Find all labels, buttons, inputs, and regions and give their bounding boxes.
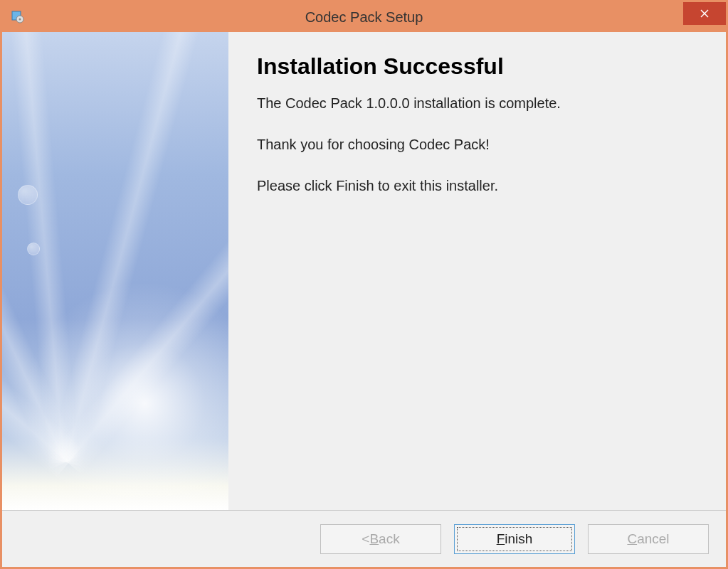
cancel-rest: ancel xyxy=(637,531,669,547)
window-frame: Codec Pack Setup Installation Successful… xyxy=(0,0,728,569)
close-button[interactable] xyxy=(683,2,726,25)
back-button: < Back xyxy=(320,524,441,554)
cancel-mnemonic: C xyxy=(627,531,637,547)
body-line-2: Thank you for choosing Codec Pack! xyxy=(257,134,697,155)
svg-point-2 xyxy=(19,18,21,21)
body-line-3: Please click Finish to exit this install… xyxy=(257,175,697,196)
window-body: Installation Successful The Codec Pack 1… xyxy=(2,32,726,567)
finish-button[interactable]: Finish xyxy=(454,524,575,554)
wizard-sidebar-image xyxy=(2,32,228,510)
app-icon xyxy=(9,9,26,26)
back-prefix: < xyxy=(362,531,369,547)
body-line-1: The Codec Pack 1.0.0.0 installation is c… xyxy=(257,92,697,114)
close-icon xyxy=(700,9,709,18)
window-title: Codec Pack Setup xyxy=(305,9,423,26)
page-heading: Installation Successful xyxy=(257,53,697,80)
content-area: Installation Successful The Codec Pack 1… xyxy=(2,32,726,510)
main-content: Installation Successful The Codec Pack 1… xyxy=(228,32,726,510)
title-bar: Codec Pack Setup xyxy=(2,2,726,32)
back-rest: ack xyxy=(379,531,400,547)
finish-mnemonic: F xyxy=(497,531,505,547)
finish-rest: inish xyxy=(505,531,532,547)
back-mnemonic: B xyxy=(369,531,379,547)
cancel-button: Cancel xyxy=(588,524,709,554)
button-bar: < Back Finish Cancel xyxy=(2,510,726,567)
